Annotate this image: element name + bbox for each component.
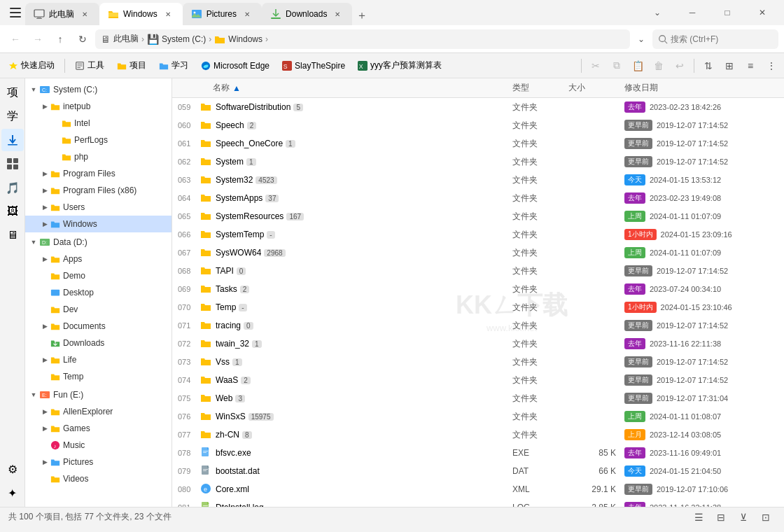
chevron-down-ctrl[interactable]: ⌄ bbox=[641, 1, 673, 24]
panel-button[interactable]: ⊡ bbox=[756, 507, 776, 527]
sidebar-download[interactable] bbox=[1, 129, 24, 151]
view-detail-button[interactable]: ≡ bbox=[741, 56, 760, 76]
tree-demo[interactable]: Demo bbox=[25, 267, 172, 284]
tab-windows[interactable]: Windows ✕ bbox=[99, 3, 183, 25]
tree-perflogs[interactable]: PerfLogs bbox=[25, 132, 172, 148]
expand-inetpub[interactable]: ▶ bbox=[39, 101, 50, 112]
header-date[interactable]: 修改日期 bbox=[624, 82, 778, 94]
tree-allenexplorer[interactable]: ▶ AllenExplorer bbox=[25, 403, 172, 420]
tree-documents[interactable]: ▶ Documents bbox=[25, 318, 172, 335]
sidebar-pictures2[interactable]: 🖼 bbox=[1, 200, 24, 223]
view-detail-status[interactable]: ⊟ bbox=[711, 507, 731, 527]
header-name[interactable]: 名称 ▲ bbox=[213, 82, 512, 94]
tree-downloads[interactable]: Downloads bbox=[25, 335, 172, 351]
tab-此电脑[interactable]: 此电脑 ✕ bbox=[25, 3, 99, 25]
header-type[interactable]: 类型 bbox=[512, 82, 568, 94]
tree-windows[interactable]: ▶ Windows bbox=[25, 216, 172, 232]
tree-apps[interactable]: ▶ Apps bbox=[25, 251, 172, 267]
toolbar-quickstart[interactable]: 快速启动 bbox=[3, 57, 60, 74]
expand-pf86[interactable]: ▶ bbox=[39, 185, 50, 196]
expand-allen[interactable]: ▶ bbox=[39, 406, 50, 417]
expand-games[interactable]: ▶ bbox=[39, 423, 50, 434]
sidebar-study2[interactable]: 学 bbox=[1, 105, 24, 127]
filter-button[interactable]: ⊻ bbox=[734, 507, 753, 527]
sidebar-music[interactable]: 🎵 bbox=[1, 176, 24, 199]
view-list-status[interactable]: ☰ bbox=[689, 507, 708, 527]
file-row[interactable]: 081 DtcInstall.log LOG 2.85 K 去年 2023-11… bbox=[172, 498, 784, 507]
file-row[interactable]: 080 e Core.xml XML 29.1 K 更早前 2019-12-07… bbox=[172, 480, 784, 498]
more-button[interactable]: ⋮ bbox=[762, 56, 781, 76]
paste-button[interactable]: 📋 bbox=[628, 56, 648, 76]
tree-music[interactable]: ♪ Music bbox=[25, 437, 172, 454]
close-button[interactable]: ✕ bbox=[746, 1, 778, 24]
forward-button[interactable]: → bbox=[28, 29, 48, 49]
tab-downloads[interactable]: Downloads ✕ bbox=[262, 3, 352, 25]
delete-button[interactable]: 🗑 bbox=[649, 56, 668, 76]
tree-expand-c[interactable]: ▼ bbox=[28, 84, 39, 95]
file-row[interactable]: 064 SystemApps 37 文件夹 去年 2023-02-23 19:4… bbox=[172, 189, 784, 207]
tab-close-此电脑[interactable]: ✕ bbox=[78, 8, 91, 20]
tree-expand-d[interactable]: ▼ bbox=[28, 237, 39, 248]
file-row[interactable]: 067 SysWOW64 2968 文件夹 上周 2024-01-11 01:0… bbox=[172, 244, 784, 262]
sidebar-settings[interactable]: ⚙ bbox=[1, 458, 24, 480]
file-row[interactable]: 077 zh-CN 8 文件夹 上月 2023-12-14 03:08:05 bbox=[172, 426, 784, 444]
file-row[interactable]: 060 Speech 2 文件夹 更早前 2019-12-07 17:14:52 bbox=[172, 116, 784, 134]
tree-intel[interactable]: Intel bbox=[25, 115, 172, 132]
maximize-button[interactable]: □ bbox=[711, 1, 743, 24]
menu-button[interactable] bbox=[6, 3, 25, 22]
tab-pictures[interactable]: Pictures ✕ bbox=[183, 3, 262, 25]
cut-button[interactable]: ✂ bbox=[586, 56, 606, 76]
new-tab-button[interactable]: ＋ bbox=[352, 6, 372, 25]
file-row[interactable]: 069 Tasks 2 文件夹 去年 2023-07-24 00:34:10 bbox=[172, 280, 784, 298]
file-row[interactable]: 070 Temp - 文件夹 1小时内 2024-01-15 23:10:46 bbox=[172, 298, 784, 316]
file-row[interactable]: 071 tracing 0 文件夹 更早前 2019-12-07 17:14:5… bbox=[172, 316, 784, 335]
tree-php[interactable]: php bbox=[25, 148, 172, 165]
tree-desktop[interactable]: Desktop bbox=[25, 284, 172, 301]
header-size[interactable]: 大小 bbox=[568, 82, 624, 94]
toolbar-slay[interactable]: S SlayTheSpire bbox=[276, 58, 351, 74]
toolbar-study[interactable]: 学习 bbox=[153, 57, 194, 74]
back-button[interactable]: ← bbox=[6, 29, 25, 49]
file-row[interactable]: 065 SystemResources 167 文件夹 上周 2024-01-1… bbox=[172, 207, 784, 225]
tree-programfiles[interactable]: ▶ Program Files bbox=[25, 165, 172, 182]
file-row[interactable]: 073 Vss 1 文件夹 更早前 2019-12-07 17:14:52 bbox=[172, 353, 784, 371]
file-row[interactable]: 068 TAPI 0 文件夹 更早前 2019-12-07 17:14:52 bbox=[172, 262, 784, 280]
file-row[interactable]: 076 WinSxS 15975 文件夹 上周 2024-01-11 01:08… bbox=[172, 407, 784, 426]
expand-apps[interactable]: ▶ bbox=[39, 253, 50, 265]
file-row[interactable]: 059 SoftwareDistribution 5 文件夹 去年 2023-0… bbox=[172, 98, 784, 116]
file-row[interactable]: 072 twain_32 1 文件夹 去年 2023-11-16 22:11:3… bbox=[172, 335, 784, 353]
expand-life[interactable]: ▶ bbox=[39, 354, 50, 365]
tree-programfiles86[interactable]: ▶ Program Files (x86) bbox=[25, 182, 172, 199]
file-row[interactable]: 078 bfsvc.exe EXE 85 K 去年 2023-11-16 09:… bbox=[172, 444, 784, 462]
toolbar-projects[interactable]: 项目 bbox=[111, 57, 152, 74]
toolbar-tools[interactable]: 工具 bbox=[69, 57, 110, 74]
addressbar-chevron[interactable]: ⌄ bbox=[633, 29, 650, 49]
breadcrumb[interactable]: 🖥 此电脑 › 💾 System (C:) › Windows › bbox=[95, 29, 630, 49]
refresh-button[interactable]: ↻ bbox=[73, 29, 92, 49]
tree-system-c[interactable]: ▼ C: System (C:) bbox=[25, 81, 172, 98]
expand-users[interactable]: ▶ bbox=[39, 202, 50, 213]
up-button[interactable]: ↑ bbox=[50, 29, 70, 49]
tab-close-downloads[interactable]: ✕ bbox=[331, 8, 344, 20]
toolbar-excel[interactable]: X yyy客户预算测算表 bbox=[352, 57, 447, 74]
file-row[interactable]: 079 bootstat.dat DAT 66 K 今天 2024-01-15 … bbox=[172, 462, 784, 480]
file-row[interactable]: 074 WaaS 2 文件夹 更早前 2019-12-07 17:14:52 bbox=[172, 371, 784, 389]
tree-fun-e[interactable]: ▼ E: Fun (E:) bbox=[25, 386, 172, 403]
tree-inetpub[interactable]: ▶ inetpub bbox=[25, 98, 172, 115]
tree-expand-e[interactable]: ▼ bbox=[28, 389, 39, 400]
tree-data-d[interactable]: ▼ D: Data (D:) bbox=[25, 234, 172, 251]
sidebar-pin[interactable]: 项 bbox=[1, 81, 24, 104]
expand-docs[interactable]: ▶ bbox=[39, 321, 50, 332]
tab-close-windows[interactable]: ✕ bbox=[162, 8, 174, 20]
tree-pictures-e[interactable]: ▶ Pictures bbox=[25, 454, 172, 470]
sort-button[interactable]: ⇅ bbox=[699, 56, 718, 76]
file-row[interactable]: 061 Speech_OneCore 1 文件夹 更早前 2019-12-07 … bbox=[172, 134, 784, 153]
tree-videos[interactable]: Videos bbox=[25, 470, 172, 487]
tree-games[interactable]: ▶ Games bbox=[25, 420, 172, 437]
minimize-button[interactable]: ─ bbox=[676, 1, 708, 24]
file-row[interactable]: 066 SystemTemp - 文件夹 1小时内 2024-01-15 23:… bbox=[172, 225, 784, 244]
view-list-button[interactable]: ⊞ bbox=[720, 56, 739, 76]
expand-pics-e[interactable]: ▶ bbox=[39, 456, 50, 468]
tab-close-pictures[interactable]: ✕ bbox=[241, 8, 253, 20]
copy-button[interactable]: ⧉ bbox=[607, 56, 626, 76]
